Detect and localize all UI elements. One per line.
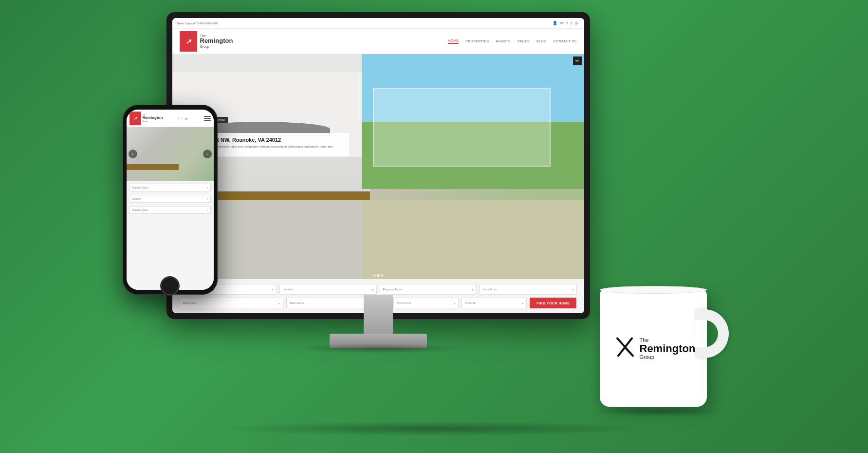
mug-handle: [695, 309, 729, 358]
chevron-down-icon-5: ▾: [278, 302, 280, 305]
nav-contact[interactable]: CONTACT US: [554, 39, 577, 43]
phone-prev-button[interactable]: ‹: [129, 150, 137, 158]
phone-logo-group: Group: [143, 120, 163, 122]
phone-chevron-2: ▾: [207, 197, 208, 200]
site-nav: HOME PROPERTIES AGENTS PAGES BLOG CONTAC…: [448, 39, 576, 44]
mug-shadow: [595, 407, 721, 416]
logo-text: The Remington Group: [200, 34, 233, 49]
chevron-down-icon-2: ▾: [372, 288, 373, 291]
phone-logo: ↗ The Remington Group: [129, 112, 163, 125]
bedrooms-select[interactable]: Bedrooms ▾: [180, 298, 284, 308]
phone-property-status-select[interactable]: Property Status ▾: [129, 184, 211, 191]
logo-group: Group: [200, 45, 233, 49]
mug-logo-svg: [614, 337, 636, 358]
phone-location-select[interactable]: Location ▾: [129, 195, 211, 203]
chevron-down-icon-4: ▾: [572, 288, 573, 291]
price-from-label: Price From: [397, 302, 411, 304]
phone-logo-text: The Remington Group: [143, 114, 163, 123]
svg-line-2: [624, 347, 633, 356]
phone-next-button[interactable]: ›: [203, 150, 212, 158]
social-icons: 👤 ✉ f t g+: [553, 21, 579, 25]
main-scene: Need Support? 1-800-666-8888 👤 ✉ f t g+: [93, 7, 775, 446]
phone-facebook-icon: f: [178, 117, 179, 120]
twitter-icon: t: [571, 21, 572, 25]
price-to-label: Price To: [465, 302, 476, 304]
monitor-bezel: Need Support? 1-800-666-8888 👤 ✉ f t g+: [172, 18, 584, 313]
phone-hero-bg: [127, 127, 214, 181]
user-icon: 👤: [553, 21, 557, 25]
chevron-down-icon-7: ▾: [454, 302, 455, 305]
monitor-outer: Need Support? 1-800-666-8888 👤 ✉ f t g+: [166, 12, 590, 319]
phone-search-section: Property Status ▾ Location ▾ Property Ty…: [127, 181, 214, 290]
location-label: Location: [283, 288, 294, 291]
hero-kitchen-bg: [172, 54, 584, 279]
phone-location-label: Location: [132, 197, 141, 200]
phone-property-status-label: Property Status: [132, 186, 148, 189]
glass-wall: [373, 88, 551, 167]
bottom-shadow: [215, 421, 653, 436]
mug-body: The Remington Group: [600, 290, 707, 407]
mug-container: The Remington Group: [580, 251, 736, 416]
monitor-stand-shadow: [293, 343, 463, 353]
phone-screen: ↗ The Remington Group f t g+: [127, 110, 214, 290]
logo-remington: Remington: [200, 38, 233, 44]
chevron-down-icon-8: ▾: [522, 302, 523, 305]
ham-line-1: [204, 116, 211, 117]
monitor-screen: Need Support? 1-800-666-8888 👤 ✉ f t g+: [172, 18, 584, 313]
mug-logo-area: The Remington Group: [614, 337, 692, 360]
hero-dots: [373, 274, 383, 277]
nav-home[interactable]: HOME: [448, 39, 459, 44]
chevron-down-icon: ▾: [272, 288, 273, 291]
gplus-icon: g+: [574, 21, 579, 25]
ham-line-2: [204, 118, 211, 119]
phone-gplus-icon: g+: [185, 117, 188, 120]
edit-icon[interactable]: ✏: [573, 57, 582, 65]
facebook-icon: f: [567, 21, 568, 25]
phone-property-types-select[interactable]: Property Types ▾: [129, 206, 211, 214]
mug-logo-icon: [614, 337, 636, 360]
dot-1: [373, 274, 375, 277]
nav-agents[interactable]: AGENTS: [496, 39, 511, 43]
location-select[interactable]: Location ▾: [279, 284, 377, 295]
nav-blog[interactable]: BLOG: [536, 39, 547, 43]
logo-box: ↗: [180, 31, 197, 52]
phone-chevron-1: ▾: [207, 186, 208, 189]
phone-kitchen-bg: [127, 127, 214, 181]
phone-counter: [127, 164, 179, 170]
property-types-select[interactable]: Property Types ▾: [380, 284, 477, 295]
price-to-select[interactable]: Price To ▾: [462, 298, 527, 308]
find-home-button[interactable]: FIND YOUR HOME: [530, 298, 576, 308]
bathrooms-label: Bathrooms: [290, 302, 304, 304]
hamburger-menu[interactable]: [204, 116, 211, 121]
area-from-label: Area From: [483, 288, 497, 291]
support-text: Need Support? 1-800-666-8888: [177, 22, 219, 25]
phone-logo-box: ↗: [129, 112, 141, 125]
phone: ↗ The Remington Group f t g+: [123, 105, 218, 295]
phone-topbar-icons: f t g+: [178, 117, 188, 120]
patio: [362, 200, 584, 279]
property-types-label: Property Types: [383, 288, 403, 291]
bedrooms-label: Bedrooms: [183, 302, 196, 304]
dot-2: [377, 274, 379, 277]
mug-logo-text: The Remington Group: [640, 337, 696, 359]
price-from-select[interactable]: Price From ▾: [393, 298, 459, 308]
phone-outer: ↗ The Remington Group f t g+: [123, 105, 218, 295]
phone-twitter-icon: t: [182, 117, 183, 120]
site-logo: ↗ The Remington Group: [180, 31, 233, 52]
area-from-select[interactable]: Area From ▾: [480, 284, 577, 295]
logo-symbol: ↗: [185, 38, 191, 45]
ham-line-3: [204, 120, 211, 121]
site-header: ↗ The Remington Group HOME PROPER: [172, 29, 584, 54]
phone-chevron-3: ▾: [207, 208, 208, 211]
phone-screen-wrap: ↗ The Remington Group f t g+: [127, 110, 214, 290]
nav-pages[interactable]: PAGES: [517, 39, 530, 43]
nav-properties[interactable]: PROPERTIES: [465, 39, 489, 43]
mug-logo-remington: Remington: [640, 343, 696, 354]
dot-3: [381, 274, 383, 277]
mug-handle-outer: [695, 309, 729, 358]
site-topbar: Need Support? 1-800-666-8888 👤 ✉ f t g+: [172, 18, 584, 29]
mug-rim: [600, 286, 707, 294]
phone-home-button[interactable]: [160, 276, 180, 296]
outdoor-area: [362, 54, 584, 279]
phone-property-types-label: Property Types: [132, 208, 148, 211]
